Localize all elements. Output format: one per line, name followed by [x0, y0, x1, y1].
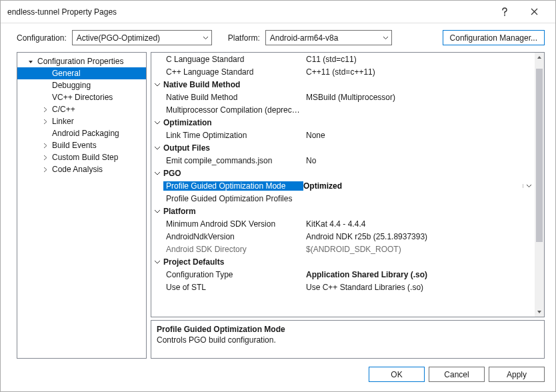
chevron-down-icon [154, 209, 161, 213]
prop-value: Optimized [303, 181, 535, 191]
tree-item-label: C/C++ [52, 105, 75, 114]
titlebar: endless-tunnel Property Pages [1, 1, 555, 23]
prop-value: KitKat 4.4 - 4.4.4 [303, 219, 535, 229]
nav-tree[interactable]: Configuration Properties GeneralDebuggin… [17, 52, 147, 359]
description-panel: Profile Guided Optimization Mode Control… [151, 320, 545, 359]
chevron-down-icon [203, 36, 209, 40]
prop-row[interactable]: Profile Guided Optimization Profiles [151, 192, 535, 205]
chevron-down-icon [383, 36, 389, 40]
close-icon[interactable] [519, 2, 549, 22]
cancel-button[interactable]: Cancel [429, 367, 485, 382]
config-label: Configuration: [17, 33, 67, 43]
tree-item-label: Build Events [52, 141, 97, 150]
description-body: Controls PGO build configuration. [157, 335, 539, 345]
prop-name: Minimum Android SDK Version [163, 219, 303, 229]
tree-item-label: General [52, 69, 81, 78]
prop-row[interactable]: Minimum Android SDK VersionKitKat 4.4 - … [151, 217, 535, 230]
top-controls: Configuration: Active(PGO-Optimized) Pla… [1, 23, 555, 52]
platform-label: Platform: [228, 33, 260, 43]
prop-group[interactable]: Platform [151, 205, 535, 217]
prop-name: Use of STL [163, 283, 303, 292]
prop-name: C++ Language Standard [163, 67, 303, 77]
prop-row[interactable]: Multiprocessor Compilation (deprecated) [151, 103, 535, 116]
prop-row[interactable]: AndroidNdkVersionAndroid NDK r25b (25.1.… [151, 230, 535, 243]
tree-item-build-events[interactable]: Build Events [17, 139, 146, 151]
prop-name: PGO [163, 169, 303, 178]
caret-right-icon [41, 165, 49, 173]
tree-root-label: Configuration Properties [37, 57, 123, 66]
description-title: Profile Guided Optimization Mode [157, 325, 539, 334]
prop-name: Emit compile_commands.json [163, 156, 303, 165]
chevron-down-icon [154, 171, 161, 175]
tree-item-label: Code Analysis [52, 165, 103, 174]
prop-name: Profile Guided Optimization Profiles [163, 194, 303, 203]
prop-row[interactable]: Native Build MethodMSBuild (Multiprocess… [151, 91, 535, 103]
tree-item-vc-directories[interactable]: VC++ Directories [17, 91, 146, 103]
prop-name: Android SDK Directory [163, 245, 303, 254]
caret-right-icon [41, 117, 49, 125]
prop-row[interactable]: C++ Language StandardC++11 (std=c++11) [151, 65, 535, 78]
scroll-down-icon[interactable] [535, 307, 544, 317]
prop-name: Optimization [163, 118, 303, 127]
prop-name: AndroidNdkVersion [163, 232, 303, 241]
chevron-down-icon [154, 83, 161, 87]
prop-value: MSBuild (Multiprocessor) [303, 93, 535, 102]
prop-group[interactable]: PGO [151, 167, 535, 179]
tree-item-label: Android Packaging [52, 129, 119, 138]
prop-name: Platform [163, 207, 303, 216]
dialog-footer: OK Cancel Apply [1, 361, 555, 391]
chevron-down-icon[interactable] [523, 184, 535, 188]
tree-item-code-analysis[interactable]: Code Analysis [17, 163, 146, 175]
prop-value: None [303, 131, 535, 140]
tree-item-general[interactable]: General [17, 67, 146, 79]
prop-name: Output Files [163, 143, 303, 153]
prop-group[interactable]: Project Defaults [151, 255, 535, 268]
tree-item-c-c-[interactable]: C/C++ [17, 103, 146, 115]
configuration-dropdown[interactable]: Active(PGO-Optimized) [72, 30, 212, 45]
scrollbar[interactable] [535, 53, 544, 317]
prop-name: Project Defaults [163, 257, 303, 267]
tree-item-android-packaging[interactable]: Android Packaging [17, 127, 146, 139]
prop-row[interactable]: Android SDK Directory$(ANDROID_SDK_ROOT) [151, 243, 535, 255]
tree-root[interactable]: Configuration Properties [17, 55, 146, 67]
prop-value: No [303, 156, 535, 165]
tree-item-label: Custom Build Step [52, 153, 118, 162]
prop-row[interactable]: C Language StandardC11 (std=c11) [151, 53, 535, 65]
prop-row[interactable]: Configuration TypeApplication Shared Lib… [151, 268, 535, 281]
prop-value: Android NDK r25b (25.1.8937393) [303, 232, 535, 241]
tree-item-label: Linker [52, 117, 74, 126]
prop-row[interactable]: Link Time OptimizationNone [151, 129, 535, 141]
property-grid[interactable]: C Language StandardC11 (std=c11)C++ Lang… [151, 52, 545, 317]
apply-button[interactable]: Apply [489, 367, 545, 382]
prop-group[interactable]: Optimization [151, 116, 535, 129]
ok-button[interactable]: OK [369, 367, 425, 382]
prop-name: Native Build Method [163, 93, 303, 102]
prop-group[interactable]: Native Build Method [151, 78, 535, 91]
platform-value: Android-arm64-v8a [270, 33, 339, 43]
platform-dropdown[interactable]: Android-arm64-v8a [265, 30, 392, 45]
prop-group[interactable]: Output Files [151, 141, 535, 154]
chevron-down-icon [154, 260, 161, 264]
help-icon[interactable] [490, 2, 519, 22]
prop-name: Profile Guided Optimization Mode [163, 181, 303, 191]
window-title: endless-tunnel Property Pages [7, 7, 490, 17]
tree-item-linker[interactable]: Linker [17, 115, 146, 127]
prop-name: Multiprocessor Compilation (deprecated) [163, 105, 303, 115]
prop-value: C11 (std=c11) [303, 55, 535, 64]
prop-name: Link Time Optimization [163, 131, 303, 140]
caret-down-icon [27, 57, 35, 65]
prop-row[interactable]: Use of STLUse C++ Standard Libraries (.s… [151, 281, 535, 293]
scroll-up-icon[interactable] [535, 53, 544, 62]
prop-value: C++11 (std=c++11) [303, 67, 535, 77]
prop-name: C Language Standard [163, 55, 303, 64]
prop-name: Native Build Method [163, 80, 303, 89]
scrollbar-thumb[interactable] [536, 69, 543, 242]
tree-item-debugging[interactable]: Debugging [17, 79, 146, 91]
prop-row[interactable]: Emit compile_commands.jsonNo [151, 154, 535, 167]
prop-name: Configuration Type [163, 270, 303, 279]
configuration-manager-button[interactable]: Configuration Manager... [443, 30, 545, 45]
chevron-down-icon [154, 121, 161, 125]
configuration-value: Active(PGO-Optimized) [77, 33, 160, 43]
tree-item-custom-build-step[interactable]: Custom Build Step [17, 151, 146, 163]
prop-row[interactable]: Profile Guided Optimization ModeOptimize… [151, 179, 535, 192]
